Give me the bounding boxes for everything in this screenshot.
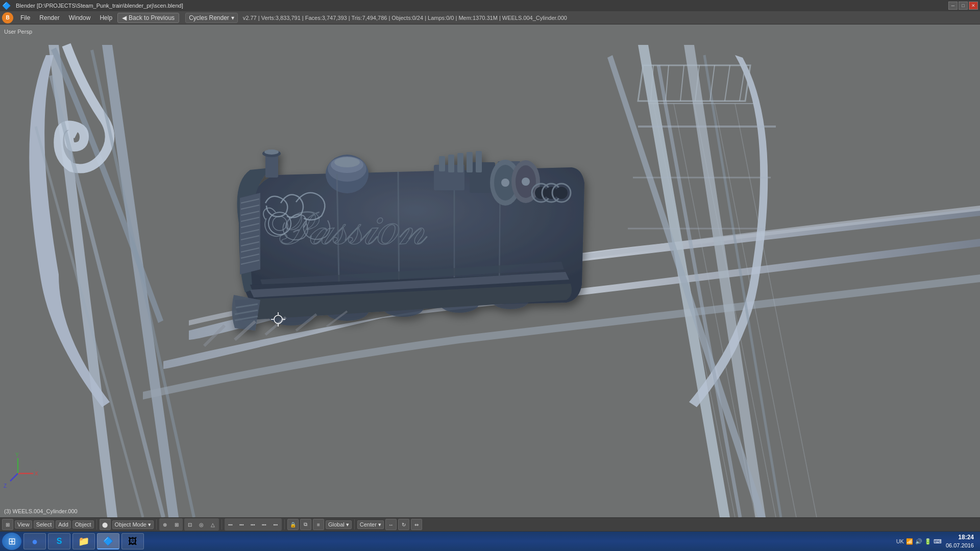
object-label: Object	[75, 521, 91, 528]
back-arrow-icon: ◀	[122, 14, 127, 21]
volume-icon: 🔊	[915, 538, 922, 545]
maximize-button[interactable]: □	[959, 2, 968, 10]
layer-2[interactable]: ▪▪▪	[236, 519, 248, 530]
render-engine-selector[interactable]: Cycles Render ▾	[185, 13, 238, 23]
divider-1	[96, 519, 97, 530]
layer-5[interactable]: ▪▪▪	[270, 519, 281, 530]
blender-logo: B	[2, 12, 13, 23]
menu-bar: B File Render Window Help ◀ Back to Prev…	[0, 11, 980, 24]
svg-rect-54	[265, 155, 278, 178]
center-label: Center	[360, 521, 377, 528]
manipulator-rotate-icon[interactable]: ↻	[398, 519, 409, 530]
taskbar-skype[interactable]: S	[48, 533, 70, 549]
divider-3	[222, 519, 222, 530]
svg-rect-33	[476, 151, 482, 172]
lock-icon[interactable]: 🔒	[287, 519, 299, 530]
select-menu[interactable]: Select	[34, 520, 55, 529]
object-mode-selector[interactable]: Object Mode ▾	[112, 520, 154, 529]
render-icon[interactable]: ⬤	[100, 519, 111, 530]
add-menu[interactable]: Add	[56, 520, 71, 529]
pivot-icon-1[interactable]: ⊕	[160, 519, 171, 530]
view-menu[interactable]: View	[15, 520, 32, 529]
clock[interactable]: 18:24 06.07.2016	[946, 533, 974, 549]
taskbar-right: UK 📶 🔊 🔋 ⌨ 18:24 06.07.2016	[896, 533, 978, 549]
bottom-toolbar: ⊞ View Select Add Object ⬤ Object Mode ▾…	[0, 517, 980, 532]
pivot-icon-2[interactable]: ⊞	[171, 519, 182, 530]
title-bar: 🔷 Blender [D:\PROJECTS\Steam_Punk_train\…	[0, 0, 980, 11]
manipulator-scale-icon[interactable]: ⇔	[411, 519, 422, 530]
snap-controls: ⊡ ◎ △	[184, 518, 219, 531]
date-display: 06.07.2016	[946, 542, 974, 549]
stats-bar: v2.77 | Verts:3,833,791 | Faces:3,747,39…	[243, 15, 567, 21]
global-selector[interactable]: Global ▾	[326, 520, 352, 529]
title-bar-left: 🔷 Blender [D:\PROJECTS\Steam_Punk_train\…	[2, 2, 183, 10]
back-to-previous-button[interactable]: ◀ Back to Previous	[117, 13, 179, 23]
divider-5	[354, 519, 355, 530]
proportional-type[interactable]: △	[207, 519, 218, 530]
battery-icon: 🔋	[924, 538, 932, 545]
view-label: View	[17, 521, 30, 528]
select-label: Select	[36, 521, 52, 528]
svg-rect-32	[467, 152, 473, 172]
taskbar: ⊞ ● S 📁 🔷 🖼 UK 📶 🔊 🔋 ⌨ 18:24 06.07.2016	[0, 532, 980, 551]
add-label: Add	[58, 521, 68, 528]
keyboard-icon: ⌨	[934, 538, 942, 545]
mode-label: Object Mode	[115, 521, 146, 528]
start-button[interactable]: ⊞	[2, 533, 21, 550]
settings-icon[interactable]: ≡	[313, 519, 324, 530]
menu-help[interactable]: Help	[95, 13, 116, 22]
svg-text:Y: Y	[15, 452, 19, 458]
proportional-toggle[interactable]: ◎	[196, 519, 207, 530]
close-button[interactable]: ✕	[969, 2, 978, 10]
viewport-3d[interactable]: 𝒫𝒶𝓈𝓈𝒾𝑜𝓃	[0, 24, 980, 517]
taskbar-paint[interactable]: 🖼	[121, 533, 144, 549]
taskbar-explorer[interactable]: 📁	[72, 533, 95, 549]
title-bar-controls: ─ □ ✕	[948, 2, 978, 10]
menu-file[interactable]: File	[16, 13, 34, 22]
divider-2	[156, 519, 157, 530]
mode-arrow: ▾	[148, 521, 151, 528]
object-menu[interactable]: Object	[72, 520, 94, 529]
viewport-status-text: (3) WEELS.004_Cylinder.000	[4, 508, 78, 514]
manipulator-icon[interactable]: ↔	[385, 519, 397, 530]
svg-rect-31	[457, 153, 463, 172]
minimize-button[interactable]: ─	[948, 2, 958, 10]
svg-point-56	[264, 149, 279, 155]
svg-point-18	[334, 157, 360, 167]
divider-4	[284, 519, 285, 530]
svg-point-38	[501, 179, 509, 187]
snap-toggle[interactable]: ⊡	[185, 519, 196, 530]
global-label: Global	[328, 521, 345, 528]
center-selector[interactable]: Center ▾	[357, 520, 384, 529]
menu-render[interactable]: Render	[35, 13, 63, 22]
svg-point-53	[555, 187, 568, 199]
scene-svg: 𝒫𝒶𝓈𝓈𝒾𝑜𝓃	[0, 24, 980, 517]
layer-4[interactable]: ▪▪▪	[259, 519, 270, 530]
blender-icon: 🔷	[2, 2, 11, 10]
global-arrow: ▾	[346, 521, 349, 528]
camera-icon[interactable]: ⧉	[300, 519, 311, 530]
center-arrow: ▾	[378, 521, 381, 528]
svg-text:Z: Z	[4, 483, 7, 489]
taskbar-chrome[interactable]: ●	[23, 533, 46, 549]
svg-text:𝒫𝒶𝓈𝓈𝒾𝑜𝓃: 𝒫𝒶𝓈𝓈𝒾𝑜𝓃	[276, 203, 430, 254]
window-title: Blender [D:\PROJECTS\Steam_Punk_train\bl…	[16, 3, 183, 9]
back-label: Back to Previous	[129, 14, 175, 21]
taskbar-blender[interactable]: 🔷	[97, 533, 119, 549]
layer-1[interactable]: ▪▪▪	[225, 519, 236, 530]
svg-rect-29	[439, 156, 445, 171]
pivot-controls: ⊕ ⊞	[159, 518, 183, 531]
network-icon: 📶	[906, 538, 913, 545]
render-engine-label: Cycles Render	[189, 14, 229, 21]
layer-3[interactable]: ▪▪▪	[248, 519, 259, 530]
time-display: 18:24	[946, 533, 974, 542]
stats-text: v2.77 | Verts:3,833,791 | Faces:3,747,39…	[243, 15, 567, 21]
layer-buttons: ▪▪▪ ▪▪▪ ▪▪▪ ▪▪▪ ▪▪▪	[225, 518, 282, 531]
svg-text:X: X	[35, 471, 38, 477]
render-engine-arrow: ▾	[231, 14, 234, 21]
system-icons: UK 📶 🔊 🔋 ⌨	[896, 538, 942, 545]
menu-window[interactable]: Window	[65, 13, 95, 22]
viewport-shading-icon[interactable]: ⊞	[2, 519, 13, 530]
svg-point-39	[522, 178, 530, 186]
svg-rect-30	[448, 155, 454, 172]
